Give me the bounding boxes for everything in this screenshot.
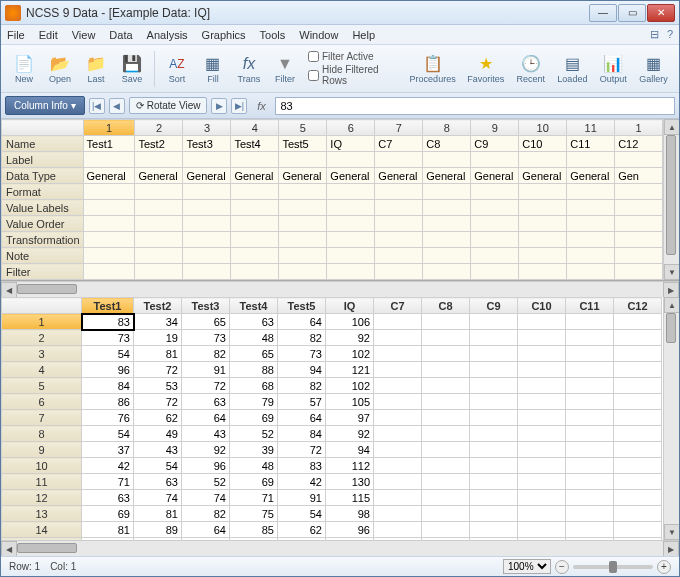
data-cell[interactable]: 72 bbox=[182, 378, 230, 394]
data-cell[interactable] bbox=[518, 346, 566, 362]
data-cell[interactable]: 94 bbox=[278, 362, 326, 378]
scroll-right-icon[interactable]: ▶ bbox=[663, 282, 679, 298]
data-col-header[interactable]: IQ bbox=[326, 298, 374, 314]
info-cell[interactable] bbox=[519, 184, 567, 200]
data-cell[interactable]: 42 bbox=[82, 458, 134, 474]
data-row-header[interactable]: 15 bbox=[2, 538, 82, 541]
data-cell[interactable]: 92 bbox=[326, 330, 374, 346]
info-cell[interactable] bbox=[279, 200, 327, 216]
help-icon[interactable]: ? bbox=[667, 28, 673, 41]
data-cell[interactable] bbox=[518, 538, 566, 541]
info-row-header[interactable]: Note bbox=[2, 248, 84, 264]
data-cell[interactable] bbox=[374, 426, 422, 442]
info-cell[interactable]: General bbox=[567, 168, 615, 184]
data-cell[interactable] bbox=[470, 394, 518, 410]
data-cell[interactable]: 48 bbox=[230, 458, 278, 474]
data-col-header[interactable]: C8 bbox=[422, 298, 470, 314]
info-cell[interactable] bbox=[83, 152, 135, 168]
data-cell[interactable]: 106 bbox=[326, 314, 374, 330]
data-cell[interactable]: 103 bbox=[326, 538, 374, 541]
info-cell[interactable] bbox=[279, 152, 327, 168]
info-cell[interactable]: General bbox=[519, 168, 567, 184]
data-row-header[interactable]: 13 bbox=[2, 506, 82, 522]
formula-bar[interactable]: 83 bbox=[275, 97, 675, 115]
info-row-header[interactable]: Value Order bbox=[2, 216, 84, 232]
data-cell[interactable]: 63 bbox=[182, 394, 230, 410]
data-cell[interactable]: 54 bbox=[278, 506, 326, 522]
data-cell[interactable] bbox=[470, 362, 518, 378]
data-scrollbar-h[interactable]: ◀ ▶ bbox=[1, 540, 679, 556]
data-cell[interactable]: 86 bbox=[82, 394, 134, 410]
data-cell[interactable]: 71 bbox=[82, 474, 134, 490]
data-cell[interactable] bbox=[566, 458, 614, 474]
info-cell[interactable] bbox=[183, 152, 231, 168]
info-cell[interactable] bbox=[83, 216, 135, 232]
info-cell[interactable] bbox=[519, 264, 567, 280]
data-col-header[interactable]: Test4 bbox=[230, 298, 278, 314]
info-cell[interactable] bbox=[375, 232, 423, 248]
info-cell[interactable] bbox=[327, 152, 375, 168]
data-cell[interactable] bbox=[518, 490, 566, 506]
data-cell[interactable]: 50 bbox=[82, 538, 134, 541]
sort-button[interactable]: AZSort bbox=[160, 48, 194, 90]
info-cell[interactable] bbox=[615, 264, 663, 280]
info-cell[interactable] bbox=[471, 184, 519, 200]
info-cell[interactable] bbox=[135, 184, 183, 200]
info-cell[interactable] bbox=[231, 184, 279, 200]
data-cell[interactable] bbox=[374, 330, 422, 346]
info-row-header[interactable]: Label bbox=[2, 152, 84, 168]
data-cell[interactable]: 94 bbox=[326, 442, 374, 458]
col-header[interactable]: 7 bbox=[375, 120, 423, 136]
data-cell[interactable] bbox=[518, 506, 566, 522]
data-col-header[interactable]: C10 bbox=[518, 298, 566, 314]
data-cell[interactable] bbox=[566, 490, 614, 506]
data-cell[interactable] bbox=[614, 394, 662, 410]
data-cell[interactable] bbox=[566, 346, 614, 362]
info-cell[interactable] bbox=[327, 200, 375, 216]
info-cell[interactable] bbox=[519, 200, 567, 216]
data-cell[interactable] bbox=[422, 506, 470, 522]
data-cell[interactable]: 102 bbox=[326, 346, 374, 362]
data-cell[interactable]: 62 bbox=[278, 522, 326, 538]
info-cell[interactable] bbox=[183, 184, 231, 200]
column-info-button[interactable]: Column Info ▾ bbox=[5, 96, 85, 115]
data-cell[interactable] bbox=[566, 378, 614, 394]
col-header[interactable]: 6 bbox=[327, 120, 375, 136]
data-cell[interactable] bbox=[470, 538, 518, 541]
info-cell[interactable]: General bbox=[135, 168, 183, 184]
data-cell[interactable] bbox=[422, 394, 470, 410]
data-cell[interactable]: 82 bbox=[182, 506, 230, 522]
info-cell[interactable] bbox=[567, 232, 615, 248]
info-cell[interactable] bbox=[279, 216, 327, 232]
zoom-slider[interactable] bbox=[573, 565, 653, 569]
data-cell[interactable] bbox=[518, 458, 566, 474]
col-header[interactable]: 8 bbox=[423, 120, 471, 136]
data-cell[interactable]: 91 bbox=[182, 362, 230, 378]
data-cell[interactable]: 96 bbox=[182, 458, 230, 474]
data-cell[interactable]: 37 bbox=[82, 442, 134, 458]
output-button[interactable]: 📊Output bbox=[595, 48, 633, 90]
data-cell[interactable] bbox=[422, 378, 470, 394]
info-cell[interactable] bbox=[183, 232, 231, 248]
data-cell[interactable] bbox=[374, 362, 422, 378]
data-cell[interactable]: 71 bbox=[230, 490, 278, 506]
data-cell[interactable]: 69 bbox=[230, 410, 278, 426]
data-row-header[interactable]: 10 bbox=[2, 458, 82, 474]
data-row-header[interactable]: 11 bbox=[2, 474, 82, 490]
info-cell[interactable] bbox=[567, 152, 615, 168]
data-row-header[interactable]: 9 bbox=[2, 442, 82, 458]
data-col-header[interactable]: C12 bbox=[614, 298, 662, 314]
info-cell[interactable] bbox=[423, 184, 471, 200]
zoom-select[interactable]: 100% bbox=[503, 559, 551, 574]
info-row-header[interactable]: Name bbox=[2, 136, 84, 152]
col-header[interactable]: 1 bbox=[615, 120, 663, 136]
info-cell[interactable] bbox=[375, 248, 423, 264]
data-cell[interactable]: 81 bbox=[134, 346, 182, 362]
info-row-header[interactable]: Data Type bbox=[2, 168, 84, 184]
data-scrollbar-v[interactable]: ▲ ▼ bbox=[663, 297, 679, 540]
data-cell[interactable] bbox=[566, 474, 614, 490]
rotate-view-button[interactable]: ⟳ Rotate View bbox=[129, 97, 208, 114]
data-cell[interactable] bbox=[470, 426, 518, 442]
data-cell[interactable]: 57 bbox=[278, 394, 326, 410]
info-cell[interactable] bbox=[375, 216, 423, 232]
